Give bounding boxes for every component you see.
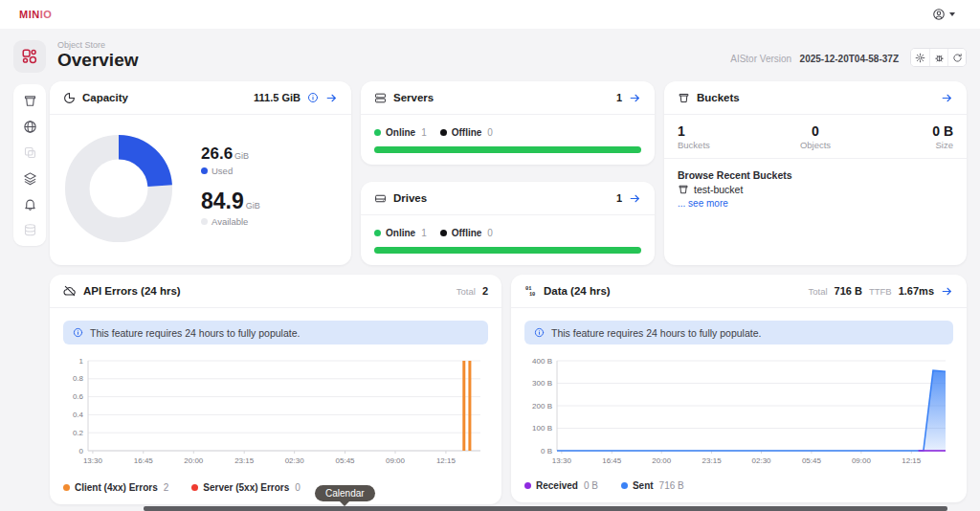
logo-min: MIN — [19, 9, 40, 20]
used-value: 26.6 — [201, 144, 233, 163]
legend-dot — [621, 482, 628, 489]
buckets-arrow-icon[interactable] — [941, 92, 953, 104]
version-text: AIStor Version 2025-12-20T04-58-37Z — [730, 49, 899, 66]
online-dot — [374, 129, 381, 136]
legend-value: 0 — [295, 482, 301, 493]
drives-title: Drives — [393, 192, 427, 204]
svg-text:02:30: 02:30 — [752, 456, 772, 465]
legend-label: Server (5xx) Errors — [203, 482, 289, 493]
bottom-scrollbar[interactable] — [144, 506, 947, 511]
svg-text:400 B: 400 B — [532, 357, 552, 366]
available-unit: GiB — [246, 201, 260, 211]
drives-health-bar — [374, 247, 641, 254]
legend-server-errors: Server (5xx) Errors0 — [191, 482, 301, 493]
api-errors-card-header: API Errors (24 hrs) Total 2 — [50, 275, 501, 308]
servers-health-bar — [374, 146, 641, 153]
buckets-card: Buckets 1 Buckets 0 Objects 0 B Size Bro… — [664, 81, 967, 265]
data-card: 0110 Data (24 hrs) Total 716 B TTFB 1.67… — [511, 275, 967, 502]
svg-text:200 B: 200 B — [532, 402, 552, 411]
used-dot — [201, 167, 208, 174]
populate-banner: This feature requires 24 hours to fully … — [524, 321, 953, 344]
svg-text:16:45: 16:45 — [602, 456, 622, 465]
svg-text:05:45: 05:45 — [802, 456, 822, 465]
cloud-off-icon — [63, 284, 77, 298]
data-card-header: 0110 Data (24 hrs) Total 716 B TTFB 1.67… — [511, 275, 967, 308]
svg-text:0.6: 0.6 — [73, 392, 84, 401]
svg-text:0.8: 0.8 — [73, 374, 84, 383]
svg-text:20:00: 20:00 — [652, 456, 672, 465]
sidebar-item-globe[interactable] — [22, 119, 37, 134]
drives-online-count: 1 — [421, 228, 427, 238]
legend-sent: Sent716 B — [621, 480, 684, 491]
refresh-icon — [952, 53, 963, 63]
svg-text:23:15: 23:15 — [234, 456, 255, 465]
legend-value: 0 B — [584, 480, 598, 491]
total-value: 2 — [482, 285, 488, 297]
info-icon — [73, 327, 83, 338]
servers-offline-label: Offline — [452, 127, 482, 138]
sidebar-item-database[interactable] — [22, 222, 37, 237]
bucket-icon — [23, 94, 37, 108]
bucket-icon — [678, 92, 690, 104]
banner-text: This feature requires 24 hours to fully … — [90, 327, 300, 339]
servers-offline-count: 0 — [487, 127, 493, 138]
servers-online-label: Online — [386, 127, 415, 138]
sidebar-item-layers[interactable] — [22, 170, 37, 186]
available-label: Available — [212, 216, 248, 227]
sidebar-item-buckets[interactable] — [22, 93, 37, 108]
svg-text:0: 0 — [79, 447, 84, 455]
recent-bucket-name: test-bucket — [694, 184, 743, 195]
refresh-button[interactable] — [947, 49, 966, 66]
svg-text:12:15: 12:15 — [436, 456, 457, 465]
drives-offline-label: Offline — [452, 228, 482, 238]
bug-icon — [934, 53, 945, 63]
svg-text:09:00: 09:00 — [386, 456, 406, 465]
drives-arrow-icon[interactable] — [629, 192, 641, 205]
api-errors-chart: 00.20.40.60.8113:3016:4520:0023:1502:300… — [63, 355, 488, 468]
total-label: Total — [809, 286, 828, 297]
data-chart: 0 B100 B200 B300 B400 B13:3016:4520:0023… — [524, 355, 953, 468]
svg-text:1: 1 — [79, 357, 84, 366]
version-row: AIStor Version 2025-12-20T04-58-37Z — [730, 48, 967, 67]
user-icon — [932, 8, 946, 21]
pie-chart-icon — [63, 92, 76, 104]
caret-down-icon — [949, 12, 955, 16]
data-arrow-icon[interactable] — [941, 285, 953, 298]
sidebar-item-copy[interactable] — [22, 144, 37, 160]
drive-icon — [374, 192, 387, 205]
drives-count: 1 — [616, 192, 622, 204]
sidebar-nav — [13, 84, 46, 246]
settings-button[interactable] — [911, 49, 929, 66]
legend-label: Received — [536, 480, 578, 491]
version-label: AIStor Version — [730, 54, 791, 64]
sidebar-item-notifications[interactable] — [22, 196, 37, 211]
stat-size: 0 B Size — [861, 123, 953, 150]
legend-value: 2 — [164, 482, 169, 493]
sidebar-item-overview[interactable] — [13, 40, 46, 73]
minio-logo[interactable]: MINIO — [19, 9, 52, 20]
svg-text:0.2: 0.2 — [73, 429, 84, 437]
capacity-arrow-icon[interactable] — [325, 92, 338, 104]
svg-text:0 B: 0 B — [541, 447, 552, 455]
info-icon — [534, 327, 545, 338]
buckets-stats-row: 1 Buckets 0 Objects 0 B Size — [678, 123, 953, 150]
version-value: 2025-12-20T04-58-37Z — [800, 54, 899, 64]
buckets-card-header: Buckets — [664, 81, 967, 115]
capacity-card-header: Capacity 111.5 GiB — [50, 81, 351, 115]
api-errors-legend: Client (4xx) Errors2 Server (5xx) Errors… — [63, 482, 301, 493]
legend-client-errors: Client (4xx) Errors2 — [63, 482, 168, 493]
recent-bucket-link[interactable]: test-bucket — [678, 184, 743, 195]
database-icon — [23, 223, 37, 237]
servers-arrow-icon[interactable] — [629, 92, 641, 104]
servers-status-row: Online1 Offline0 — [374, 127, 493, 138]
diagnostics-button[interactable] — [929, 49, 947, 66]
top-bar: MINIO — [0, 0, 980, 29]
account-menu[interactable] — [932, 8, 955, 21]
legend-value: 716 B — [659, 480, 684, 491]
stat-value: 0 — [769, 123, 861, 139]
buckets-title: Buckets — [697, 92, 740, 103]
see-more-link[interactable]: ... see more — [678, 198, 728, 209]
used-label: Used — [212, 166, 233, 176]
info-icon[interactable] — [307, 92, 319, 103]
svg-text:300 B: 300 B — [532, 379, 552, 388]
